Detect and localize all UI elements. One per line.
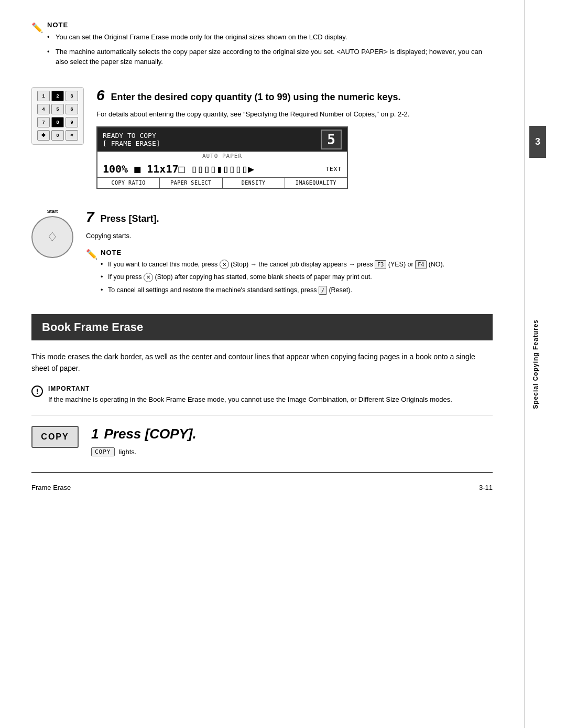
- important-box: ! IMPORTANT If the machine is operating …: [31, 385, 493, 405]
- lcd-auto-paper: AUTO PAPER: [97, 152, 347, 160]
- note-icon-1: ✏️: [31, 22, 43, 34]
- step-6-description: For details about entering the copy quan…: [96, 109, 493, 120]
- footer-left: Frame Erase: [31, 484, 71, 491]
- important-icon: !: [31, 386, 43, 397]
- key-0[interactable]: 0: [51, 130, 64, 141]
- key-9[interactable]: 9: [66, 117, 78, 127]
- copy-key-label: COPY: [41, 432, 69, 442]
- keypad-widget: 1 2 3 4 5 6 7 8 9 ✱: [31, 87, 84, 145]
- start-diamond-icon: ♢: [47, 230, 58, 244]
- footer-right: 3-11: [479, 484, 493, 491]
- key-2[interactable]: 2: [51, 91, 64, 101]
- step-1-header: 1 Press [COPY].: [91, 426, 493, 442]
- stop-icon-1: ✕: [220, 260, 229, 269]
- note-content-1: NOTE You can set the Original Frame Eras…: [47, 21, 493, 71]
- copy-key-image: COPY: [31, 426, 79, 448]
- lights-text: lights.: [119, 448, 137, 456]
- lcd-bottom-paper-select[interactable]: PAPER SELECT: [160, 178, 222, 188]
- lcd-ready-copy: READY TO COPY: [103, 132, 160, 140]
- start-label: Start: [47, 209, 58, 214]
- lcd-text-label: TEXT: [326, 166, 342, 173]
- keypad-row-0: 1 2 3: [35, 91, 80, 101]
- step-7-section: Start ♢ 7 Press [Start]. Copying starts.…: [31, 209, 493, 298]
- reset-key: ∕: [319, 286, 327, 295]
- note-bullet-1-2: The machine automatically selects the co…: [47, 47, 493, 67]
- lcd-main-text: 100% ■ 11x17□ ▯▯▯▯▮▯▯▯▯▶: [103, 163, 254, 175]
- key-8[interactable]: 8: [51, 117, 64, 127]
- note-label-1: NOTE: [47, 21, 493, 29]
- bottom-divider: [31, 472, 493, 473]
- right-margin: 3 Special Copying Features: [524, 0, 546, 728]
- lcd-display: READY TO COPY [ FRAME ERASE] 5 AUTO PAPE…: [96, 126, 348, 189]
- step-1-content: 1 Press [COPY]. COPY lights.: [91, 426, 493, 456]
- start-button-widget[interactable]: ♢: [31, 216, 73, 258]
- step-7-header: 7 Press [Start].: [86, 209, 493, 226]
- note-bullet-2-3: To cancel all settings and restore the m…: [101, 285, 493, 295]
- lcd-main-row: 100% ■ 11x17□ ▯▯▯▯▮▯▯▯▯▶ TEXT: [97, 160, 347, 177]
- step-7-heading: Press [Start].: [100, 213, 159, 224]
- keypad-row-1: 4 5 6: [35, 104, 80, 114]
- note-label-2: NOTE: [101, 249, 493, 256]
- lcd-status-text: READY TO COPY [ FRAME ERASE]: [103, 132, 160, 147]
- lcd-top-bar: READY TO COPY [ FRAME ERASE] 5: [97, 127, 347, 152]
- key-hash[interactable]: #: [66, 130, 78, 141]
- stop-icon-2: ✕: [144, 273, 153, 282]
- section-divider: [31, 415, 493, 415]
- section-title: Book Frame Erase: [42, 320, 143, 334]
- step-1-section: COPY 1 Press [COPY]. COPY lights.: [31, 426, 493, 456]
- sidebar-tab: Special Copying Features: [524, 0, 546, 728]
- important-content: IMPORTANT If the machine is operating in…: [48, 385, 493, 405]
- step-1-number: 1: [91, 426, 99, 442]
- section-intro: This mode erases the dark border, as wel…: [31, 351, 493, 374]
- step-6-content: 6 Enter the desired copy quantity (1 to …: [96, 87, 493, 197]
- important-text: If the machine is operating in the Book …: [48, 394, 493, 405]
- lcd-bottom-density[interactable]: DENSITY: [223, 178, 285, 188]
- note-bullet-2-1: If you want to cancel this mode, press ✕…: [101, 260, 493, 270]
- lcd-bottom-bar: COPY RATIO PAPER SELECT DENSITY IMAGEQUA…: [97, 177, 347, 188]
- key-star[interactable]: ✱: [37, 130, 50, 141]
- note-section-2: ✏️ NOTE If you want to cancel this mode,…: [86, 249, 493, 298]
- lcd-bottom-imagequality[interactable]: IMAGEQUALITY: [285, 178, 347, 188]
- sidebar-tab-text: Special Copying Features: [532, 319, 539, 409]
- f3-key: F3: [375, 260, 386, 269]
- copy-lights-row: COPY lights.: [91, 447, 493, 456]
- step-7-content: 7 Press [Start]. Copying starts. ✏️ NOTE…: [86, 209, 493, 298]
- key-7[interactable]: 7: [37, 117, 50, 127]
- note-bullet-2-2: If you press ✕ (Stop) after copying has …: [101, 272, 493, 282]
- step-6-heading: Enter the desired copy quantity (1 to 99…: [111, 92, 400, 102]
- lcd-count: 5: [321, 130, 342, 149]
- note-bullets-1: You can set the Original Frame Erase mod…: [47, 32, 493, 67]
- note-bullet-1-1: You can set the Original Frame Erase mod…: [47, 32, 493, 42]
- key-1[interactable]: 1: [37, 91, 50, 101]
- key-5[interactable]: 5: [51, 104, 64, 114]
- step-7-description: Copying starts.: [86, 231, 493, 241]
- key-4[interactable]: 4: [37, 104, 50, 114]
- keypad-image: 1 2 3 4 5 6 7 8 9 ✱: [31, 87, 84, 145]
- lcd-bottom-copy-ratio[interactable]: COPY RATIO: [97, 178, 160, 188]
- key-6[interactable]: 6: [66, 104, 78, 114]
- copy-small-key: COPY: [91, 447, 115, 456]
- step-7-number: 7: [86, 209, 94, 225]
- keypad-row-3: ✱ 0 #: [35, 130, 80, 141]
- note-content-2: NOTE If you want to cancel this mode, pr…: [101, 249, 493, 298]
- footer-row: Frame Erase 3-11: [31, 484, 493, 491]
- book-frame-erase-header: Book Frame Erase: [31, 314, 493, 340]
- step-6-section: 1 2 3 4 5 6 7 8 9 ✱: [31, 87, 493, 197]
- f4-key: F4: [415, 260, 427, 269]
- step-6-header: 6 Enter the desired copy quantity (1 to …: [96, 87, 493, 104]
- lcd-frame-erase: [ FRAME ERASE]: [103, 140, 160, 147]
- important-label: IMPORTANT: [48, 385, 493, 392]
- key-3[interactable]: 3: [66, 91, 78, 101]
- start-button-image: Start ♢: [31, 209, 73, 258]
- step-1-heading: Press [COPY].: [104, 426, 196, 442]
- keypad-row-2: 7 8 9: [35, 117, 80, 127]
- note-icon-2: ✏️: [86, 249, 97, 260]
- note-section-1: ✏️ NOTE You can set the Original Frame E…: [31, 21, 493, 71]
- note-bullets-2: If you want to cancel this mode, press ✕…: [101, 260, 493, 295]
- step-6-number: 6: [96, 87, 105, 103]
